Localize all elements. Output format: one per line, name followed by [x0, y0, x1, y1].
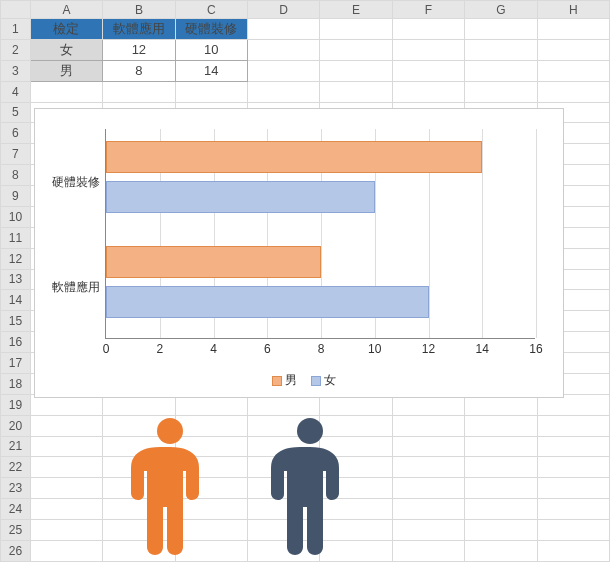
col-header[interactable]: C [175, 1, 247, 19]
row-header[interactable]: 26 [1, 540, 31, 561]
cell[interactable]: 12 [103, 39, 175, 60]
row-header[interactable]: 20 [1, 415, 31, 436]
cell[interactable] [537, 520, 609, 541]
cell[interactable] [30, 81, 102, 102]
cell[interactable] [392, 19, 464, 40]
cell[interactable]: 軟體應用 [103, 19, 175, 40]
bar-chart[interactable]: 0246810121416硬體裝修軟體應用 男 女 [34, 108, 564, 398]
row-header[interactable]: 25 [1, 520, 31, 541]
cell[interactable]: 10 [175, 39, 247, 60]
cell[interactable] [465, 520, 537, 541]
cell[interactable] [537, 39, 609, 60]
cell[interactable]: 女 [30, 39, 102, 60]
cell[interactable] [537, 60, 609, 81]
cell[interactable] [30, 436, 102, 457]
cell[interactable] [465, 19, 537, 40]
cell[interactable] [320, 19, 392, 40]
cell[interactable] [30, 499, 102, 520]
cell[interactable] [247, 81, 319, 102]
cell[interactable] [103, 81, 175, 102]
bar-女[interactable] [106, 181, 375, 213]
cell[interactable] [247, 60, 319, 81]
col-header[interactable]: A [30, 1, 102, 19]
person-icon-navy[interactable] [250, 415, 370, 555]
cell[interactable] [465, 81, 537, 102]
cell[interactable] [392, 60, 464, 81]
col-header[interactable]: D [247, 1, 319, 19]
cell[interactable] [30, 457, 102, 478]
cell[interactable] [247, 39, 319, 60]
row-header[interactable]: 22 [1, 457, 31, 478]
cell[interactable] [30, 540, 102, 561]
row-header[interactable]: 23 [1, 478, 31, 499]
row-header[interactable]: 5 [1, 102, 31, 123]
cell[interactable] [392, 499, 464, 520]
row-header[interactable]: 9 [1, 186, 31, 207]
cell[interactable] [392, 81, 464, 102]
cell[interactable] [392, 436, 464, 457]
row-header[interactable]: 3 [1, 60, 31, 81]
cell[interactable] [392, 415, 464, 436]
cell[interactable] [465, 60, 537, 81]
cell[interactable] [537, 436, 609, 457]
row-header[interactable]: 21 [1, 436, 31, 457]
bar-女[interactable] [106, 286, 429, 318]
col-header[interactable]: B [103, 1, 175, 19]
row-header[interactable]: 24 [1, 499, 31, 520]
bar-男[interactable] [106, 246, 321, 278]
cell[interactable] [537, 478, 609, 499]
cell[interactable] [537, 499, 609, 520]
row-header[interactable]: 16 [1, 332, 31, 353]
cell[interactable] [392, 478, 464, 499]
row-header[interactable]: 15 [1, 311, 31, 332]
col-header[interactable]: G [465, 1, 537, 19]
row-header[interactable]: 14 [1, 290, 31, 311]
cell[interactable] [537, 540, 609, 561]
cell[interactable]: 硬體裝修 [175, 19, 247, 40]
cell[interactable]: 8 [103, 60, 175, 81]
row-header[interactable]: 7 [1, 144, 31, 165]
cell[interactable] [30, 478, 102, 499]
cell[interactable] [320, 39, 392, 60]
row-header[interactable]: 4 [1, 81, 31, 102]
cell[interactable] [30, 415, 102, 436]
cell[interactable]: 14 [175, 60, 247, 81]
cell[interactable] [465, 436, 537, 457]
cell[interactable] [392, 39, 464, 60]
cell[interactable]: 檢定 [30, 19, 102, 40]
cell[interactable] [465, 478, 537, 499]
cell[interactable] [392, 457, 464, 478]
bar-男[interactable] [106, 141, 482, 173]
row-header[interactable]: 12 [1, 248, 31, 269]
cell[interactable] [537, 457, 609, 478]
cell[interactable] [465, 415, 537, 436]
row-header[interactable]: 17 [1, 353, 31, 374]
cell[interactable] [465, 39, 537, 60]
cell[interactable] [392, 540, 464, 561]
cell[interactable] [465, 457, 537, 478]
cell[interactable] [465, 540, 537, 561]
cell[interactable] [320, 60, 392, 81]
select-all-corner[interactable] [1, 1, 31, 19]
row-header[interactable]: 8 [1, 165, 31, 186]
person-icon-orange[interactable] [110, 415, 230, 555]
cell[interactable] [30, 520, 102, 541]
col-header[interactable]: E [320, 1, 392, 19]
cell[interactable] [465, 499, 537, 520]
cell[interactable] [537, 19, 609, 40]
row-header[interactable]: 6 [1, 123, 31, 144]
cell[interactable] [392, 520, 464, 541]
row-header[interactable]: 19 [1, 394, 31, 415]
row-header[interactable]: 18 [1, 373, 31, 394]
row-header[interactable]: 2 [1, 39, 31, 60]
row-header[interactable]: 10 [1, 206, 31, 227]
cell[interactable] [247, 19, 319, 40]
cell[interactable] [320, 81, 392, 102]
row-header[interactable]: 11 [1, 227, 31, 248]
cell[interactable] [537, 415, 609, 436]
cell[interactable]: 男 [30, 60, 102, 81]
cell[interactable] [537, 81, 609, 102]
cell[interactable] [175, 81, 247, 102]
col-header[interactable]: H [537, 1, 609, 19]
row-header[interactable]: 13 [1, 269, 31, 290]
